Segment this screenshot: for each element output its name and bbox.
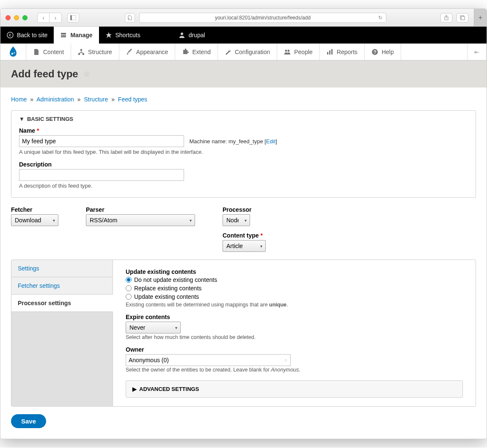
admin-content-link[interactable]: Content: [26, 44, 71, 60]
breadcrumb-structure[interactable]: Structure: [84, 96, 108, 103]
adminbar-label: Extend: [192, 49, 211, 55]
name-description: A unique label for this feed type. This …: [19, 149, 468, 155]
nav-back-button[interactable]: ‹: [38, 13, 50, 22]
wrench-icon: [225, 49, 231, 55]
description-label: Description: [19, 161, 468, 168]
breadcrumb: Home » Administration » Structure » Feed…: [11, 96, 476, 103]
expire-description: Select after how much time contents shou…: [126, 334, 463, 340]
drupal-logo[interactable]: [0, 44, 26, 60]
expand-triangle-icon: ▶: [132, 386, 137, 392]
svg-point-12: [285, 49, 287, 52]
admin-reports-link[interactable]: Reports: [320, 44, 365, 60]
admin-help-link[interactable]: ? Help: [365, 44, 401, 60]
adminbar-label: Appearance: [136, 49, 168, 55]
svg-rect-16: [331, 49, 333, 55]
tabs-button[interactable]: [457, 13, 468, 22]
tab-fetcher-settings[interactable]: Fetcher settings: [11, 277, 113, 295]
svg-rect-10: [78, 53, 80, 55]
radio-update[interactable]: Update existing contents: [126, 293, 463, 300]
nav-forward-button[interactable]: ›: [50, 13, 61, 22]
parser-label: Parser: [86, 206, 195, 213]
breadcrumb-home[interactable]: Home: [11, 96, 27, 103]
new-tab-button[interactable]: +: [474, 9, 487, 27]
svg-rect-14: [327, 52, 328, 55]
drupal-toolbar: Back to site Manage Shortcuts drupal: [0, 27, 487, 44]
owner-label: Owner: [126, 346, 463, 353]
tab-settings[interactable]: Settings: [11, 260, 113, 277]
admin-appearance-link[interactable]: Appearance: [119, 44, 176, 60]
svg-rect-1: [70, 15, 72, 20]
star-icon: [105, 32, 112, 38]
admin-collapse-button[interactable]: ⇤: [467, 44, 487, 60]
admin-configuration-link[interactable]: Configuration: [218, 44, 277, 60]
favorite-star-icon[interactable]: ☆: [83, 69, 90, 79]
admin-people-link[interactable]: People: [277, 44, 320, 60]
parser-select[interactable]: RSS/Atom: [86, 214, 195, 226]
user-link[interactable]: drupal: [172, 27, 212, 44]
save-button[interactable]: Save: [11, 414, 46, 428]
update-existing-label: Update existing contents: [126, 268, 463, 275]
window-close-icon[interactable]: [6, 15, 11, 20]
back-to-site-link[interactable]: Back to site: [0, 27, 54, 44]
breadcrumb-feed-types[interactable]: Feed types: [118, 96, 147, 103]
edit-machine-name-link[interactable]: Edit: [266, 138, 275, 145]
content-type-select[interactable]: Article: [223, 240, 266, 252]
processor-select[interactable]: Node: [223, 214, 250, 226]
window-maximize-icon[interactable]: [22, 15, 28, 20]
structure-icon: [78, 49, 85, 55]
content-type-label: Content type *: [223, 232, 266, 239]
basic-settings-legend[interactable]: ▼ BASIC SETTINGS: [19, 116, 468, 122]
page-title: Add feed type: [11, 68, 78, 80]
basic-settings-label: BASIC SETTINGS: [27, 116, 73, 122]
breadcrumb-administration[interactable]: Administration: [36, 96, 74, 103]
tab-processor-settings[interactable]: Processor settings: [11, 295, 113, 312]
manage-label: Manage: [70, 32, 92, 38]
expire-label: Expire contents: [126, 314, 463, 320]
advanced-settings-label: ADVANCED SETTINGS: [139, 386, 199, 392]
adminbar-label: Reports: [337, 49, 358, 55]
url-bar[interactable]: youri.local:8201/admin/structure/feeds/a…: [139, 13, 386, 23]
svg-rect-11: [83, 53, 84, 55]
shortcuts-link[interactable]: Shortcuts: [99, 27, 147, 44]
expire-select[interactable]: Never: [126, 322, 181, 333]
manage-link[interactable]: Manage: [54, 27, 99, 44]
svg-rect-9: [80, 49, 82, 51]
svg-point-13: [288, 49, 290, 52]
admin-structure-link[interactable]: Structure: [71, 44, 119, 60]
svg-text:?: ?: [374, 49, 377, 55]
advanced-settings-fieldset[interactable]: ▶ ADVANCED SETTINGS: [126, 380, 463, 398]
processor-label: Processor: [223, 206, 266, 213]
reader-icon[interactable]: [125, 13, 135, 22]
svg-point-7: [11, 52, 13, 54]
share-button[interactable]: [440, 13, 452, 22]
nav-back-forward: ‹ ›: [37, 13, 62, 23]
back-to-site-label: Back to site: [17, 32, 47, 38]
name-label: Name *: [19, 127, 468, 134]
owner-input[interactable]: [126, 354, 291, 366]
user-label: drupal: [189, 32, 205, 38]
svg-point-8: [14, 52, 15, 53]
sidebar-toggle-button[interactable]: [67, 13, 79, 22]
radio-do-not-update[interactable]: Do not update existing contents: [126, 276, 463, 283]
traffic-lights: [6, 15, 28, 20]
puzzle-icon: [182, 49, 189, 55]
admin-menu: Content Structure Appearance Extend Conf…: [0, 44, 487, 60]
svg-point-6: [181, 33, 183, 35]
back-arrow-icon: [7, 32, 14, 38]
svg-point-5: [7, 32, 13, 38]
machine-name-text: Machine name: my_feed_type [Edit]: [189, 138, 277, 145]
people-icon: [284, 49, 291, 55]
owner-description: Select the owner of the entities to be c…: [126, 367, 463, 373]
reload-icon[interactable]: ↻: [378, 15, 382, 21]
window-minimize-icon[interactable]: [14, 15, 19, 20]
description-description: A description of this feed type.: [19, 183, 468, 189]
radio-replace[interactable]: Replace existing contents: [126, 285, 463, 292]
adminbar-label: Content: [43, 49, 64, 55]
admin-extend-link[interactable]: Extend: [175, 44, 218, 60]
brush-icon: [126, 49, 133, 55]
basic-settings-fieldset: ▼ BASIC SETTINGS Name * Machine name: my…: [11, 110, 476, 198]
name-input[interactable]: [19, 135, 184, 147]
fetcher-select[interactable]: Download: [11, 214, 58, 226]
description-input[interactable]: [19, 169, 184, 181]
adminbar-label: Structure: [88, 49, 112, 55]
